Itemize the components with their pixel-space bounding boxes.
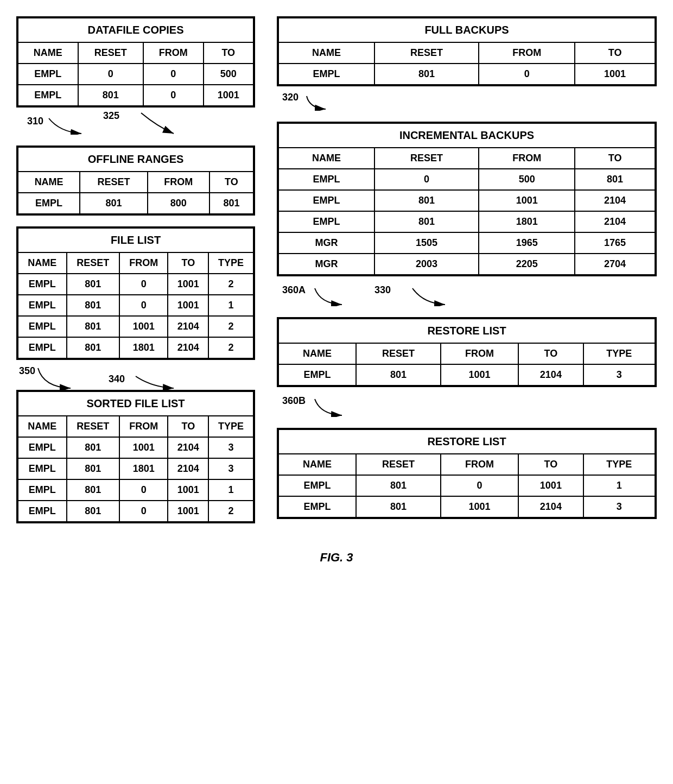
table-cell: 1965	[479, 232, 575, 254]
table-row: EMPL801100121043	[18, 437, 253, 458]
table-row: MGR200322052704	[278, 254, 655, 275]
file-list-section: FILE LIST NAME RESET FROM TO TYPE EMPL80…	[16, 226, 255, 390]
table-cell: 2704	[575, 254, 655, 275]
dc-col-from: FROM	[143, 42, 204, 64]
table-row: EMPL0500801	[278, 169, 655, 190]
table-cell: EMPL	[278, 190, 374, 211]
table-cell: 500	[204, 64, 253, 85]
table-cell: 2	[208, 274, 253, 295]
table-cell: 3	[208, 437, 253, 458]
table-cell: 2	[208, 501, 253, 522]
table-cell: EMPL	[18, 295, 67, 316]
table-cell: 1001	[441, 364, 518, 385]
table-cell: 500	[479, 169, 575, 190]
table-row: EMPL00500	[18, 64, 253, 85]
table-cell: 801	[575, 169, 655, 190]
fl-col-type: TYPE	[208, 252, 253, 274]
table-cell: EMPL	[18, 193, 80, 214]
table-cell: 1001	[441, 496, 518, 517]
fl-col-name: NAME	[18, 252, 67, 274]
ib-col-from: FROM	[479, 148, 575, 169]
table-row: EMPL801100121042	[18, 316, 253, 337]
table-cell: 801	[67, 274, 119, 295]
table-row: EMPL801010011	[278, 475, 655, 496]
table-cell: 1	[583, 475, 655, 496]
sfl-col-name: NAME	[18, 416, 67, 437]
table-cell: 0	[374, 169, 479, 190]
table-cell: 801	[356, 364, 441, 385]
table-cell: 2003	[374, 254, 479, 275]
full-backups-table: FULL BACKUPS NAME RESET FROM TO EMPL8010…	[277, 16, 657, 86]
table-cell: EMPL	[278, 364, 356, 385]
table-cell: 0	[119, 501, 168, 522]
table-cell: 2104	[518, 364, 583, 385]
table-cell: 801	[67, 295, 119, 316]
table-cell: 1505	[374, 232, 479, 254]
table-cell: 0	[119, 479, 168, 501]
table-cell: 2104	[575, 211, 655, 232]
table-row: EMPL801180121042	[18, 337, 253, 358]
table-cell: 801	[80, 193, 147, 214]
file-list-title: FILE LIST	[17, 227, 254, 252]
table-cell: EMPL	[18, 85, 78, 106]
table-row: EMPL801010011	[18, 479, 253, 501]
table-cell: EMPL	[278, 211, 374, 232]
full-backups-section: FULL BACKUPS NAME RESET FROM TO EMPL8010…	[277, 16, 657, 111]
table-cell: 1	[208, 479, 253, 501]
table-cell: 801	[374, 64, 479, 85]
table-cell: MGR	[278, 254, 374, 275]
main-layout: DATAFILE COPIES NAME RESET FROM TO EMPL0…	[16, 16, 657, 534]
restore-list-b-table: RESTORE LIST NAME RESET FROM TO TYPE EMP…	[277, 428, 657, 519]
arrow-360A-330	[277, 276, 581, 306]
table-cell: 801	[67, 316, 119, 337]
restore-list-a-table: RESTORE LIST NAME RESET FROM TO TYPE EMP…	[277, 317, 657, 387]
ib-col-name: NAME	[278, 148, 374, 169]
dc-col-reset: RESET	[78, 42, 143, 64]
sorted-file-list-section: SORTED FILE LIST NAME RESET FROM TO TYPE…	[16, 390, 255, 523]
table-cell: 2	[208, 337, 253, 358]
sfl-col-from: FROM	[119, 416, 168, 437]
table-cell: 1001	[168, 295, 208, 316]
fl-arrows: 350 340	[16, 360, 255, 390]
arrow-320	[277, 86, 494, 111]
table-cell: EMPL	[278, 475, 356, 496]
rlb-col-to: TO	[518, 454, 583, 475]
fl-col-to: TO	[168, 252, 208, 274]
fb-col-name: NAME	[278, 42, 374, 64]
fb-col-to: TO	[575, 42, 655, 64]
incremental-backups-table: INCREMENTAL BACKUPS NAME RESET FROM TO E…	[277, 122, 657, 276]
table-cell: EMPL	[18, 316, 67, 337]
restore-list-a-title: RESTORE LIST	[278, 318, 656, 343]
table-row: EMPL801100121043	[278, 496, 655, 517]
table-cell: 801	[374, 211, 479, 232]
rlb-col-reset: RESET	[356, 454, 441, 475]
table-cell: 3	[208, 458, 253, 479]
table-cell: 0	[143, 64, 204, 85]
table-cell: 2	[208, 316, 253, 337]
table-cell: 2104	[168, 458, 208, 479]
table-row: EMPL801010012	[18, 501, 253, 522]
restore-list-b-section: RESTORE LIST NAME RESET FROM TO TYPE EMP…	[277, 428, 657, 519]
or-col-to: TO	[209, 172, 253, 193]
restore-list-a-section: RESTORE LIST NAME RESET FROM TO TYPE EMP…	[277, 317, 657, 417]
or-col-name: NAME	[18, 172, 80, 193]
table-cell: 1001	[479, 190, 575, 211]
table-cell: 0	[119, 274, 168, 295]
rla-col-type: TYPE	[583, 343, 655, 364]
table-row: EMPL801010011	[18, 295, 253, 316]
table-cell: 1765	[575, 232, 655, 254]
table-cell: EMPL	[18, 437, 67, 458]
table-row: EMPL80110012104	[278, 190, 655, 211]
sorted-file-list-table: SORTED FILE LIST NAME RESET FROM TO TYPE…	[16, 390, 255, 523]
table-cell: EMPL	[278, 169, 374, 190]
incremental-backups-title: INCREMENTAL BACKUPS	[278, 123, 656, 147]
incremental-backups-section: INCREMENTAL BACKUPS NAME RESET FROM TO E…	[277, 122, 657, 306]
table-cell: 3	[583, 496, 655, 517]
datafile-copies-section: DATAFILE COPIES NAME RESET FROM TO EMPL0…	[16, 16, 255, 135]
table-cell: 1001	[204, 85, 253, 106]
table-cell: 1001	[575, 64, 655, 85]
sorted-file-list-title: SORTED FILE LIST	[17, 391, 254, 415]
table-row: EMPL801180121043	[18, 458, 253, 479]
table-cell: 801	[67, 437, 119, 458]
rla-arrows: 360B	[277, 387, 657, 417]
